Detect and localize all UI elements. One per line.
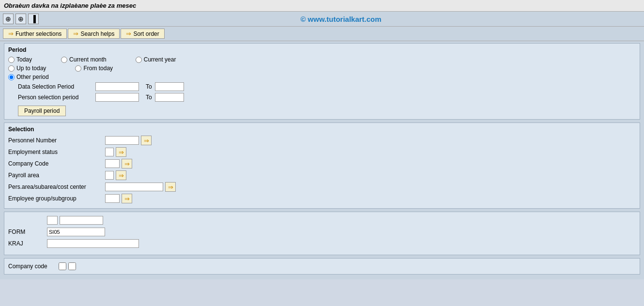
period-radio-row-1: Today Current month Current year — [8, 56, 636, 63]
form-label: FORM — [8, 229, 47, 235]
double-input-row — [47, 216, 636, 225]
radio-other-period-input[interactable] — [8, 74, 15, 80]
title-bar: Obraèun davka na izplaèane plaèe za mese… — [0, 0, 644, 12]
payroll-area-row: Payroll area ⇒ — [8, 170, 636, 180]
kraj-label: KRAJ — [8, 240, 47, 247]
person-selection-to-label: To — [146, 94, 152, 101]
lower-input-1[interactable] — [47, 216, 58, 225]
pers-area-label: Pers.area/subarea/cost center — [8, 184, 105, 190]
employee-group-input[interactable] — [105, 194, 120, 203]
radio-current-month-label: Current month — [69, 56, 107, 63]
company-code-bottom-row: Company code — [8, 262, 636, 270]
radio-from-today[interactable]: From today — [75, 65, 113, 72]
bottom-section: Company code — [4, 258, 640, 275]
personnel-number-arrow-btn[interactable]: ⇒ — [141, 136, 152, 145]
company-code-label: Company Code — [8, 160, 105, 167]
radio-today[interactable]: Today — [8, 56, 32, 63]
form-input[interactable] — [47, 228, 105, 236]
payroll-area-arrow-btn[interactable]: ⇒ — [116, 170, 126, 180]
employment-status-input[interactable] — [105, 148, 114, 156]
period-radio-row-3: Other period — [8, 74, 636, 80]
employee-group-label: Employee group/subgroup — [8, 195, 105, 202]
data-selection-period-row: Data Selection Period To — [18, 82, 636, 91]
data-selection-to-label: To — [146, 83, 152, 90]
lower-input-2[interactable] — [60, 216, 103, 225]
radio-other-period-label: Other period — [16, 74, 49, 80]
period-radio-row-2: Up to today From today — [8, 65, 636, 72]
bottom-company-code-label: Company code — [8, 263, 57, 270]
data-selection-label: Data Selection Period — [18, 83, 95, 90]
toolbar: ⊕ ⊕ ▐ © www.tutorialkart.com — [0, 12, 644, 27]
radio-up-to-today-label: Up to today — [16, 65, 46, 72]
tab-arrow-icon-2: ⇒ — [73, 30, 78, 37]
person-selection-to-input[interactable] — [155, 93, 184, 102]
payroll-period-button[interactable]: Payroll period — [18, 106, 66, 116]
tab-search-helps-label: Search helps — [80, 31, 114, 37]
company-code-checkbox-2[interactable] — [68, 262, 76, 270]
company-code-input[interactable] — [105, 159, 120, 168]
employment-status-label: Employment status — [8, 149, 105, 155]
company-code-arrow-btn[interactable]: ⇒ — [122, 159, 132, 168]
kraj-row: KRAJ — [8, 239, 636, 248]
data-selection-to-input[interactable] — [155, 82, 184, 91]
tab-further-selections[interactable]: ⇒ Further selections — [3, 29, 67, 39]
payroll-area-input[interactable] — [105, 171, 114, 180]
radio-current-year[interactable]: Current year — [136, 56, 176, 63]
radio-current-month[interactable]: Current month — [61, 56, 107, 63]
employee-group-arrow-btn[interactable]: ⇒ — [122, 194, 132, 203]
pers-area-arrow-btn[interactable]: ⇒ — [165, 182, 176, 192]
tab-arrow-icon-1: ⇒ — [8, 30, 14, 37]
radio-today-input[interactable] — [8, 57, 15, 63]
radio-up-to-today-input[interactable] — [8, 65, 15, 72]
payroll-area-label: Payroll area — [8, 172, 105, 179]
tab-further-selections-label: Further selections — [15, 31, 61, 37]
watermark: © www.tutorialkart.com — [41, 15, 641, 23]
personnel-number-input[interactable] — [105, 136, 139, 145]
radio-up-to-today[interactable]: Up to today — [8, 65, 46, 72]
pers-area-input[interactable] — [105, 183, 163, 191]
period-section: Period Today Current month Current year … — [4, 43, 640, 120]
kraj-input[interactable] — [47, 239, 139, 248]
personnel-number-label: Personnel Number — [8, 137, 105, 144]
radio-from-today-input[interactable] — [75, 65, 81, 72]
lower-section: FORM KRAJ — [4, 212, 640, 255]
tab-sort-order-label: Sort order — [133, 31, 159, 37]
employee-group-row: Employee group/subgroup ⇒ — [8, 194, 636, 203]
employment-status-arrow-btn[interactable]: ⇒ — [116, 147, 126, 157]
toolbar-icon-1[interactable]: ⊕ — [3, 14, 14, 24]
radio-from-today-label: From today — [83, 65, 113, 72]
person-selection-label: Person selection period — [18, 94, 95, 101]
radio-current-year-label: Current year — [144, 56, 176, 63]
company-code-checkbox-1[interactable] — [59, 262, 66, 270]
payroll-btn-row: Payroll period — [8, 104, 636, 116]
tab-search-helps[interactable]: ⇒ Search helps — [68, 29, 120, 39]
radio-current-month-input[interactable] — [61, 57, 67, 63]
page-title: Obraèun davka na izplaèane plaèe za mese… — [4, 2, 136, 9]
data-selection-from-input[interactable] — [95, 82, 139, 91]
company-code-row: Company Code ⇒ — [8, 159, 636, 168]
personnel-number-row: Personnel Number ⇒ — [8, 136, 636, 145]
radio-other-period[interactable]: Other period — [8, 74, 49, 80]
tabs-bar: ⇒ Further selections ⇒ Search helps ⇒ So… — [0, 27, 644, 41]
tab-sort-order[interactable]: ⇒ Sort order — [121, 29, 164, 39]
period-section-title: Period — [8, 46, 636, 53]
employment-status-row: Employment status ⇒ — [8, 147, 636, 157]
person-selection-period-row: Person selection period To — [18, 93, 636, 102]
radio-current-year-input[interactable] — [136, 57, 142, 63]
radio-today-label: Today — [16, 56, 32, 63]
form-row: FORM — [8, 228, 636, 236]
main-content: Period Today Current month Current year … — [0, 41, 644, 279]
tab-arrow-icon-3: ⇒ — [126, 30, 131, 37]
selection-section: Selection Personnel Number ⇒ Employment … — [4, 122, 640, 209]
toolbar-icon-2[interactable]: ⊕ — [15, 14, 26, 24]
toolbar-icon-3[interactable]: ▐ — [28, 14, 39, 24]
pers-area-row: Pers.area/subarea/cost center ⇒ — [8, 182, 636, 192]
person-selection-from-input[interactable] — [95, 93, 139, 102]
selection-section-title: Selection — [8, 126, 636, 133]
